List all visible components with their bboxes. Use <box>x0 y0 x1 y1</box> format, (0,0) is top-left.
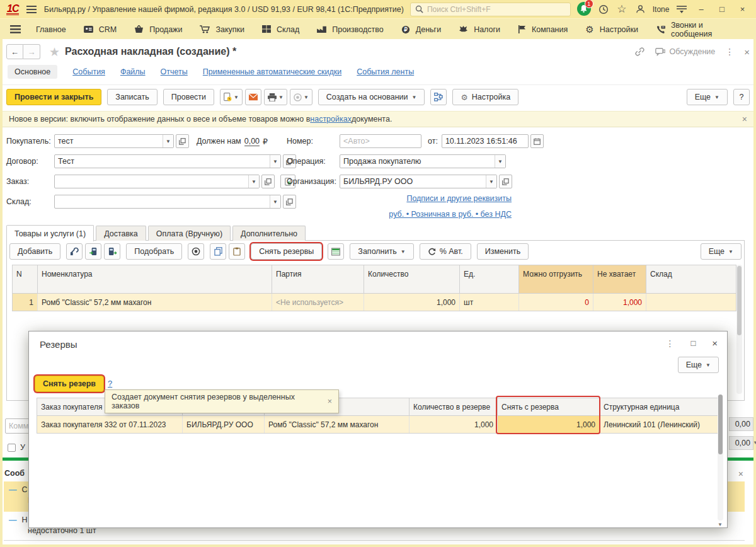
open-organization-button[interactable] <box>499 175 512 188</box>
tab-feed-events[interactable]: События ленты <box>357 67 414 76</box>
create-based-on-button[interactable]: Создать на основании▼ <box>318 89 425 105</box>
marks-button[interactable]: ▼ <box>290 89 312 105</box>
close-button[interactable]: × <box>735 4 750 14</box>
menu-purchases[interactable]: Закупки <box>191 20 253 39</box>
setup-button[interactable]: ⚙Настройка <box>452 89 518 105</box>
dialog-more-icon[interactable]: ⋮ <box>665 338 674 348</box>
remove-reserves-button[interactable]: Снять резервы <box>251 243 322 260</box>
dialog-vscrollbar[interactable] <box>718 394 723 521</box>
postpone-button[interactable]: ▼ <box>220 89 243 105</box>
discussion-button[interactable]: Обсуждение <box>655 47 715 56</box>
goods-more-button[interactable]: Еще▼ <box>701 243 742 260</box>
edit-row-button[interactable]: Изменить <box>477 243 529 260</box>
user-icon[interactable] <box>634 3 646 16</box>
open-order-button[interactable] <box>261 175 275 188</box>
data-terminal-out-icon[interactable] <box>104 243 120 260</box>
col-n[interactable]: N <box>13 265 38 293</box>
dialog-more-button[interactable]: Еще▼ <box>678 357 719 373</box>
barcode-scanner-icon[interactable] <box>66 243 83 260</box>
more-button[interactable]: Еще▼ <box>687 89 728 105</box>
col-qty[interactable]: Количество <box>364 265 460 293</box>
copy-rows-icon[interactable] <box>210 243 226 260</box>
dialog-maximize-icon[interactable]: □ <box>690 338 696 348</box>
write-button[interactable]: Записать <box>107 89 157 105</box>
post-and-close-button[interactable]: Провести и закрыть <box>6 89 101 105</box>
menu-production[interactable]: Производство <box>308 20 392 39</box>
document-structure-button[interactable] <box>430 89 447 105</box>
auto-discount-button[interactable]: % Авт. <box>420 243 471 260</box>
data-terminal-in-icon[interactable] <box>85 243 101 260</box>
tab-files[interactable]: Файлы <box>120 67 146 76</box>
goods-table-header[interactable]: N Номенклатура Партия Количество Ед. Мож… <box>13 265 736 294</box>
forward-button[interactable]: → <box>23 44 40 59</box>
dropdown-icon[interactable]: ▼ <box>163 135 173 147</box>
signatures-link[interactable]: Подписи и другие реквизиты <box>406 194 512 203</box>
menu-calls[interactable]: Звонки и сообщения <box>647 20 752 39</box>
contract-input[interactable] <box>55 155 270 168</box>
buyer-input[interactable] <box>55 135 163 147</box>
minimize-button[interactable]: – <box>694 4 709 14</box>
dialog-help-link[interactable]: ? <box>108 379 112 388</box>
date-input[interactable] <box>442 135 528 147</box>
col-batch[interactable]: Партия <box>272 265 364 293</box>
more-menu-icon[interactable]: ⋮ <box>725 47 734 57</box>
col-shortage[interactable]: Не хватает <box>593 265 646 293</box>
tab-main[interactable]: Основное <box>8 65 57 79</box>
close-messages-icon[interactable]: × <box>738 469 743 479</box>
tab-payment[interactable]: Оплата (Вручную) <box>148 226 231 241</box>
back-button[interactable]: ← <box>6 44 23 59</box>
menu-company[interactable]: Компания <box>509 20 576 39</box>
col-qty-remove[interactable]: Снять с резерва <box>498 398 600 415</box>
col-unit[interactable]: Ед. <box>460 265 519 293</box>
tab-goods-services[interactable]: Товары и услуги (1) <box>6 225 94 241</box>
fill-button[interactable]: Заполнить▼ <box>350 243 413 260</box>
maximize-button[interactable]: □ <box>714 4 729 14</box>
bottom-checkbox[interactable]: У <box>8 443 25 452</box>
favorite-star-icon[interactable]: ★ <box>49 45 60 59</box>
add-row-button[interactable]: Добавить <box>9 243 60 260</box>
service-menu-icon[interactable] <box>675 3 687 16</box>
menu-crm[interactable]: CRM <box>75 20 125 39</box>
menu-main[interactable]: Главное <box>27 20 75 39</box>
col-nomenclature[interactable]: Номенклатура <box>38 265 272 293</box>
dialog-close-icon[interactable]: × <box>712 338 718 348</box>
close-form-icon[interactable]: × <box>744 47 750 57</box>
organization-input[interactable] <box>340 175 486 188</box>
user-name[interactable]: Itone <box>653 5 670 14</box>
pick-items-button[interactable]: Подобрать <box>126 243 182 260</box>
search-input[interactable] <box>427 5 566 14</box>
tab-delivery[interactable]: Доставка <box>96 226 146 241</box>
tab-discounts[interactable]: Примененные автоматические скидки <box>203 67 341 76</box>
remove-reserve-button[interactable]: Снять резерв <box>35 376 104 392</box>
scroll-down-icon[interactable]: ▼ <box>718 522 723 527</box>
print-button[interactable]: ▼ <box>264 89 287 105</box>
menu-warehouse[interactable]: Склад <box>253 20 308 39</box>
sections-menu-icon[interactable] <box>4 20 27 39</box>
dropdown-icon[interactable]: ▼ <box>486 175 496 188</box>
favorites-star-icon[interactable]: ☆ <box>616 3 627 16</box>
close-notice-icon[interactable]: × <box>742 114 747 124</box>
settings-link[interactable]: настройках <box>310 115 352 124</box>
order-input[interactable] <box>55 175 248 188</box>
view-item-icon[interactable] <box>188 243 204 260</box>
dropdown-icon[interactable]: ▼ <box>270 195 280 208</box>
col-warehouse[interactable]: Склад <box>646 265 736 293</box>
post-button[interactable]: Провести <box>163 89 214 105</box>
calendar-button[interactable] <box>530 134 544 148</box>
number-input[interactable] <box>340 135 421 147</box>
reserves-table-row[interactable]: Заказ покупателя 332 от 07.11.2023 БИЛЬЯ… <box>37 415 720 433</box>
dropdown-icon[interactable]: ▼ <box>248 175 259 188</box>
notifications-button[interactable]: 1 <box>577 2 591 17</box>
currency-price-link[interactable]: руб. • Розничная в руб. • без НДС <box>389 210 512 219</box>
caret-down-icon[interactable]: ▼ <box>753 440 756 446</box>
col-qty-reserved[interactable]: Количество в резерве <box>410 398 498 415</box>
owed-amount-link[interactable]: 0,00 <box>244 137 260 146</box>
operation-input[interactable] <box>340 155 495 168</box>
close-tooltip-icon[interactable]: × <box>328 397 332 406</box>
main-menu-icon[interactable] <box>25 3 37 16</box>
fill-table-icon[interactable] <box>328 243 344 260</box>
menu-money[interactable]: ₽ Деньги <box>392 20 450 39</box>
col-can-ship[interactable]: Можно отгрузить <box>519 265 593 293</box>
global-search[interactable] <box>410 3 571 16</box>
menu-sales[interactable]: Продажи <box>125 20 191 39</box>
